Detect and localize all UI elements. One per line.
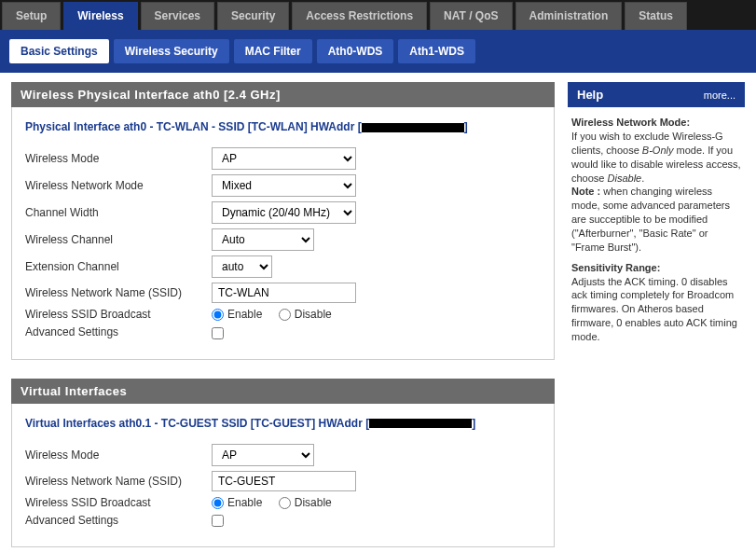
radio-enable-label: Enable — [227, 308, 262, 321]
radio-vif-enable-label: Enable — [227, 496, 262, 509]
select-wireless-mode[interactable]: AP — [212, 147, 356, 170]
radio-vif-disable-label: Disable — [295, 496, 332, 509]
help-more-link[interactable]: more... — [704, 90, 735, 101]
main-tabs: Setup Wireless Services Security Access … — [0, 0, 756, 30]
vif-legend: Virtual Interfaces ath0.1 - TC-GUEST SSI… — [25, 413, 541, 439]
radio-disable-label: Disable — [295, 308, 332, 321]
help-title: Help — [577, 88, 603, 102]
phys-legend: Physical Interface ath0 - TC-WLAN - SSID… — [25, 117, 541, 143]
help-p2: Adjusts the ACK timing. 0 disables ack t… — [571, 275, 741, 344]
panel-virtual-interface: Virtual Interfaces ath0.1 - TC-GUEST SSI… — [11, 404, 555, 548]
radio-vif-broadcast-disable-wrap[interactable]: Disable — [279, 496, 332, 509]
subtab-ath0-wds[interactable]: Ath0-WDS — [317, 39, 394, 63]
label-vif-ssid: Wireless Network Name (SSID) — [25, 475, 212, 488]
hwaddr-redacted-vif — [369, 419, 472, 428]
tab-wireless[interactable]: Wireless — [63, 2, 137, 30]
label-advanced-settings: Advanced Settings — [25, 325, 212, 338]
tab-administration[interactable]: Administration — [515, 2, 623, 30]
tab-setup[interactable]: Setup — [2, 2, 61, 30]
section-header-phys: Wireless Physical Interface ath0 [2.4 GH… — [11, 82, 555, 107]
radio-vif-broadcast-disable[interactable] — [279, 497, 291, 509]
help-header: Help more... — [568, 82, 745, 107]
tab-services[interactable]: Services — [141, 2, 214, 30]
select-network-mode[interactable]: Mixed — [212, 174, 356, 197]
vif-legend-pre: Virtual Interfaces ath0.1 - TC-GUEST SSI… — [25, 417, 369, 430]
panel-physical-interface: Physical Interface ath0 - TC-WLAN - SSID… — [11, 107, 555, 360]
help-p1: If you wish to exclude Wireless-G client… — [571, 130, 741, 255]
label-wireless-mode: Wireless Mode — [25, 152, 212, 165]
phys-legend-pre: Physical Interface ath0 - TC-WLAN - SSID… — [25, 120, 362, 133]
select-channel-width[interactable]: Dynamic (20/40 MHz) — [212, 201, 356, 224]
label-vif-advanced: Advanced Settings — [25, 514, 212, 527]
radio-vif-broadcast-enable[interactable] — [212, 497, 224, 509]
checkbox-vif-advanced[interactable] — [212, 515, 224, 527]
section-header-virtual: Virtual Interfaces — [11, 379, 555, 404]
label-network-mode: Wireless Network Mode — [25, 179, 212, 192]
label-wireless-channel: Wireless Channel — [25, 233, 212, 246]
subtab-mac-filter[interactable]: MAC Filter — [234, 39, 312, 63]
help-body: Wireless Network Mode: If you wish to ex… — [568, 107, 745, 361]
radio-vif-broadcast-enable-wrap[interactable]: Enable — [212, 496, 262, 509]
checkbox-advanced-settings[interactable] — [212, 327, 224, 339]
tab-status[interactable]: Status — [625, 2, 687, 30]
label-vif-broadcast: Wireless SSID Broadcast — [25, 496, 212, 509]
hwaddr-redacted — [362, 123, 464, 132]
tab-access-restrictions[interactable]: Access Restrictions — [292, 2, 427, 30]
label-vif-mode: Wireless Mode — [25, 448, 212, 462]
radio-broadcast-disable-wrap[interactable]: Disable — [279, 308, 332, 321]
input-ssid[interactable] — [212, 283, 356, 303]
vif-legend-post: ] — [472, 417, 475, 430]
select-wireless-channel[interactable]: Auto — [212, 228, 314, 251]
radio-broadcast-enable-wrap[interactable]: Enable — [212, 308, 262, 321]
label-channel-width: Channel Width — [25, 206, 212, 219]
label-ssid: Wireless Network Name (SSID) — [25, 286, 212, 299]
subtab-ath1-wds[interactable]: Ath1-WDS — [398, 39, 475, 63]
tab-nat-qos[interactable]: NAT / QoS — [430, 2, 512, 30]
input-vif-ssid[interactable] — [212, 471, 356, 491]
help-h2: Sensitivity Range: — [571, 262, 741, 273]
help-sidebar: Help more... Wireless Network Mode: If y… — [568, 82, 745, 361]
sub-tabs: Basic Settings Wireless Security MAC Fil… — [0, 30, 756, 73]
main-content: Wireless Physical Interface ath0 [2.4 GH… — [0, 73, 756, 552]
radio-broadcast-disable[interactable] — [279, 309, 291, 321]
label-extension-channel: Extension Channel — [25, 260, 212, 273]
help-h1: Wireless Network Mode: — [571, 117, 741, 128]
select-extension-channel[interactable]: auto — [212, 255, 272, 278]
phys-legend-post: ] — [464, 120, 468, 133]
tab-security[interactable]: Security — [217, 2, 289, 30]
subtab-basic-settings[interactable]: Basic Settings — [9, 39, 109, 63]
radio-broadcast-enable[interactable] — [212, 309, 224, 321]
left-column: Wireless Physical Interface ath0 [2.4 GH… — [11, 82, 555, 552]
label-ssid-broadcast: Wireless SSID Broadcast — [25, 308, 212, 321]
subtab-wireless-security[interactable]: Wireless Security — [114, 39, 229, 63]
select-vif-mode[interactable]: AP — [212, 444, 314, 466]
